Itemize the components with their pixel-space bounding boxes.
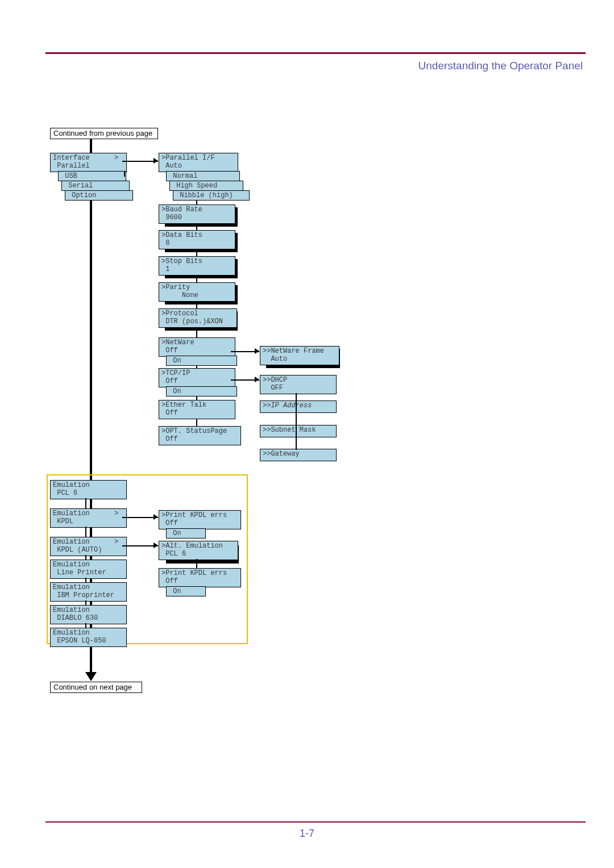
t: EPSON LQ-850 [53,637,106,645]
arrow-r-icon [154,158,158,164]
emu-kpdlauto: Emulation > KPDL (AUTO) [50,537,127,556]
arrow-r-icon [255,348,259,354]
baud-box: >Baud Rate 9600 [159,205,235,224]
emu-diablo: Emulation DIABLO 630 [50,605,127,624]
netware-on: On [166,356,237,366]
nwframe-box: >>NetWare Frame Auto [260,346,339,365]
vline [85,600,86,605]
vline-col3 [296,393,297,450]
t: 1 [161,265,169,273]
hline [122,517,158,518]
t: 8 [161,239,169,247]
interface-box: Interface > Parallel [50,153,127,172]
t: >Print KPDL errs [161,511,227,519]
dhcp-box: >>DHCP OFF [260,375,337,394]
t: DIABLO 630 [53,614,98,622]
t: OFF [263,384,283,392]
parity-box: >Parity None [159,282,235,302]
t: KPDL (AUTO) [53,546,102,554]
kpdl-on1: On [166,528,206,539]
t: DTR (pos.)&XON [161,318,223,326]
page: Understanding the Operator Panel Continu… [0,0,614,868]
t: >Protocol [161,310,198,318]
vline [85,623,86,628]
t: >Parity [161,283,190,291]
hline [122,545,158,546]
parallelif-box: >Parallel I/F Auto [159,153,238,172]
continued-next-box: Continued on next page [50,682,142,693]
serial-box: Serial [61,181,130,191]
t: Off [161,519,178,527]
stopbits-box: >Stop Bits 1 [159,256,235,276]
t: None [161,291,198,299]
t: PCL 6 [53,489,77,497]
t: >Parallel I/F [161,154,215,162]
emu-ibm: Emulation IBM Proprinter [50,582,127,602]
tcpip-on: On [166,386,237,397]
t: Off [161,435,178,443]
t: Interface > [53,154,118,162]
t: >Ether Talk [161,401,206,409]
page-header: Understanding the Operator Panel [418,60,583,72]
t: >NetWare [161,339,194,347]
nibble-box: Nibble (high) [173,190,250,201]
t: Emulation [53,629,90,637]
t: >OPT. StatusPage [161,427,227,435]
t: Emulation [53,561,90,569]
vline [85,498,86,508]
vline [85,527,86,537]
t: PCL 6 [161,550,186,558]
arrow-r-icon [154,542,158,548]
t: >Alt. Emulation [161,542,223,550]
t: >Stop Bits [161,257,202,265]
t: >Print KPDL errs [161,569,227,577]
t: Emulation [53,606,90,614]
vline [196,559,197,568]
t: >>DHCP [263,376,287,384]
ipaddr-box: >>IP Address [260,400,337,413]
kpdl-on2: On [166,586,206,596]
arrow-r-icon [154,514,158,520]
netware-box: >NetWare Off [159,337,235,357]
usb-box: USB [58,171,126,181]
emu-epson: Emulation EPSON LQ-850 [50,628,127,647]
t: >TCP/IP [161,369,190,377]
vline [85,578,86,582]
altemu: >Alt. Emulation PCL 6 [159,541,238,560]
emu-kpdl: Emulation > KPDL [50,508,127,528]
kpdlerr1: >Print KPDL errs Off [159,510,241,529]
t: Off [161,577,178,585]
t: >Baud Rate [161,206,202,214]
databits-box: >Data Bits 8 [159,230,235,249]
vline [85,555,86,560]
t: Line Printer [53,569,106,577]
t: Emulation [53,583,90,591]
t: 9600 [161,214,182,222]
t: KPDL [53,518,73,525]
emu-pcl6: Emulation PCL 6 [50,480,127,499]
highspeed-box: High Speed [169,181,243,191]
t: Parallel [53,162,90,170]
emu-line: Emulation Line Printer [50,560,127,579]
t: Off [161,347,178,354]
tcpip-box: >TCP/IP Off [159,368,235,387]
t: >>NetWare Frame [263,347,324,355]
t: Off [161,409,178,417]
vline [124,171,125,177]
t: Auto [263,355,287,363]
gateway-box: >>Gateway [260,449,337,461]
page-number: 1-7 [0,828,614,840]
t: >Data Bits [161,231,202,239]
continued-prev-box: Continued from previous page [50,128,158,139]
t: Off [161,377,178,385]
top-rule [45,52,586,54]
protocol-box: >Protocol DTR (pos.)&XON [159,308,237,328]
subnet-box: >>Subnet Mask [260,425,337,437]
opt-box: >OPT. StatusPage Off [159,426,241,445]
t: Emulation > [53,538,118,546]
hline [122,161,158,162]
bottom-rule [45,821,586,823]
option-box: Option [65,190,133,201]
ether-box: >Ether Talk Off [159,400,235,419]
t: IBM Proprinter [53,591,114,599]
